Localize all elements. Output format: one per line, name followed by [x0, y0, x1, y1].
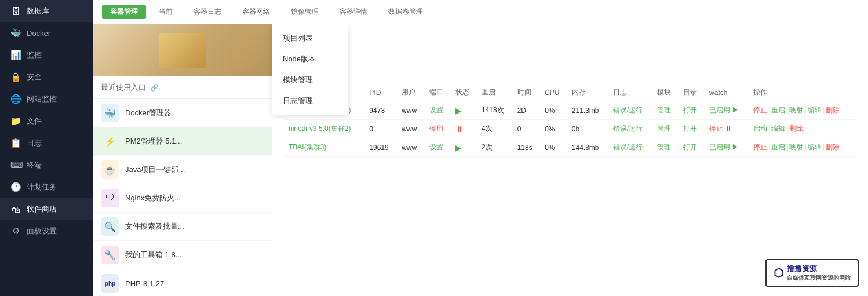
row-log-1[interactable]: 错误/运行: [613, 125, 643, 133]
tab-image-mgr[interactable]: 镜像管理: [283, 5, 327, 19]
tab-container-detail[interactable]: 容器详情: [331, 5, 375, 19]
watermark-icon: ⬡: [774, 266, 783, 280]
row-dir-2[interactable]: 打开: [683, 143, 697, 151]
action-删除-1[interactable]: 删除: [789, 125, 803, 133]
row-pid-2: 19619: [364, 138, 397, 157]
sidebar-item-store[interactable]: 🛍 软件商店: [0, 198, 93, 220]
action-删除-2[interactable]: 删除: [826, 143, 840, 151]
col-time: 时间: [513, 84, 540, 101]
sidebar-item-panel-settings[interactable]: ⚙ 面板设置: [0, 220, 93, 242]
action-编辑-0[interactable]: 编辑: [808, 106, 822, 114]
dropdown-module-mgr[interactable]: 模块管理: [272, 70, 348, 90]
sw-name-nginx: Nginx免费防火...: [125, 193, 181, 203]
left-panel-header: 最近使用入口 🔗: [93, 76, 272, 99]
list-item-java[interactable]: ☕ Java项目一键部...: [93, 156, 272, 184]
list-item-tool[interactable]: 🔧 我的工具箱 1.8...: [93, 241, 272, 269]
sidebar-item-cron[interactable]: 🕐 计划任务: [0, 176, 93, 198]
action-重启-2[interactable]: 重启: [771, 143, 785, 151]
main-content: 容器管理 当前 容器日志 容器网络 镜像管理 容器详情 数据卷管理 最近使用入口…: [93, 0, 868, 296]
tab-container-net[interactable]: 容器网络: [234, 5, 278, 19]
thumbnail: [93, 24, 272, 76]
action-启动-1[interactable]: 启动: [753, 125, 767, 133]
row-name-1[interactable]: nineai-v3.5.0(集群2): [289, 125, 351, 133]
pm2-table: 名称 PID 用户 端口 状态 重启 时间 CPU 内存 日志 模块 目录: [284, 84, 856, 157]
row-pid-0: 9473: [364, 101, 397, 120]
watermark-sub: 自媒体互联网资源的网站: [787, 274, 851, 282]
row-pid-1: 0: [364, 120, 397, 138]
sidebar-item-security[interactable]: 🔒 安全: [0, 66, 93, 88]
tab-current[interactable]: 当前: [151, 5, 181, 19]
row-memory-0: 211.3mb: [567, 101, 608, 120]
sidebar-label-monitor: 监控: [27, 50, 42, 60]
row-status-1[interactable]: ⏸: [455, 125, 464, 134]
col-actions: 操作: [749, 84, 856, 101]
sidebar-item-monitor[interactable]: 📊 监控: [0, 44, 93, 66]
col-status: 状态: [451, 84, 477, 101]
action-映射-0[interactable]: 映射: [789, 106, 803, 114]
row-dir-0[interactable]: 打开: [683, 106, 697, 114]
list-item-php81[interactable]: php PHP-8.1.27: [93, 269, 272, 296]
sw-name-docker: Docker管理器: [125, 108, 172, 118]
list-item-file[interactable]: 🔍 文件搜索及批量...: [93, 213, 272, 241]
col-port: 端口: [425, 84, 451, 101]
action-停止-0[interactable]: 停止: [753, 106, 767, 114]
row-cpu-1: 0%: [540, 120, 567, 138]
col-watch: watch: [705, 84, 749, 101]
tab-volume-mgr[interactable]: 数据卷管理: [380, 5, 431, 19]
row-memory-1: 0b: [567, 120, 608, 138]
row-log-0[interactable]: 错误/运行: [613, 106, 643, 114]
sw-name-tool: 我的工具箱 1.8...: [125, 250, 182, 260]
sidebar-label-terminal: 终端: [27, 160, 42, 170]
row-status-0[interactable]: ▶: [455, 106, 462, 115]
action-停止-2[interactable]: 停止: [753, 143, 767, 151]
row-log-2[interactable]: 错误/运行: [613, 143, 643, 151]
row-module-1[interactable]: 管理: [657, 125, 671, 133]
col-memory: 内存: [567, 84, 608, 101]
sidebar-label-docker: Docker: [27, 29, 50, 38]
database-icon: 🗄: [10, 6, 21, 16]
sw-name-php81: PHP-8.1.27: [125, 279, 164, 288]
list-item-nginx[interactable]: 🛡 Nginx免费防火...: [93, 184, 272, 213]
action-编辑-2[interactable]: 编辑: [808, 143, 822, 151]
sidebar-item-website-monitor[interactable]: 🌐 网站监控: [0, 88, 93, 110]
row-name-2[interactable]: TBAI(集群3): [289, 143, 326, 151]
sidebar-item-terminal[interactable]: ⌨ 终端: [0, 154, 93, 176]
row-port-2[interactable]: 设置: [429, 143, 443, 151]
row-port-0[interactable]: 设置: [429, 106, 443, 114]
row-module-0[interactable]: 管理: [657, 106, 671, 114]
action-编辑-1[interactable]: 编辑: [771, 125, 785, 133]
sidebar-item-logs[interactable]: 📋 日志: [0, 132, 93, 154]
dropdown-project-list[interactable]: 项目列表: [272, 28, 348, 49]
dropdown-node-version[interactable]: Node版本: [272, 49, 348, 70]
docker-sw-icon: 🐳: [101, 104, 119, 122]
row-port-1[interactable]: 停用: [429, 125, 443, 133]
sidebar-item-database[interactable]: 🗄 数据库: [0, 0, 93, 22]
tab-container-mgr[interactable]: 容器管理: [102, 5, 146, 19]
list-item-pm2[interactable]: ⚡ PM2管理器 5.1...: [93, 127, 272, 156]
sidebar-label-database: 数据库: [27, 6, 49, 16]
java-sw-icon: ☕: [101, 160, 119, 179]
sidebar-item-docker[interactable]: 🐳 Docker: [0, 22, 93, 44]
row-time-0: 2D: [513, 101, 540, 120]
tab-container-log[interactable]: 容器日志: [185, 5, 229, 19]
list-item-docker[interactable]: 🐳 Docker管理器: [93, 99, 272, 127]
dropdown-log-mgr[interactable]: 日志管理: [272, 90, 348, 111]
sw-name-pm2: PM2管理器 5.1...: [125, 136, 182, 147]
sidebar-label-logs: 日志: [27, 138, 42, 148]
panel-settings-icon: ⚙: [10, 226, 21, 236]
action-删除-0[interactable]: 删除: [826, 106, 840, 114]
table-row: TBAI(集群3)19619www设置▶2次118s0%144.8mb错误/运行…: [284, 138, 856, 157]
row-memory-2: 144.8mb: [567, 138, 608, 157]
row-watch-0[interactable]: 已启用 ▶: [709, 106, 739, 114]
recent-label: 最近使用入口: [101, 82, 146, 93]
row-dir-1[interactable]: 打开: [683, 125, 697, 133]
row-restarts-0: 1418次: [477, 101, 513, 120]
row-actions-2: 停止|重启|映射|编辑|删除: [749, 138, 856, 157]
row-module-2[interactable]: 管理: [657, 143, 671, 151]
row-watch-1[interactable]: 停止 ⏸: [709, 125, 732, 133]
action-映射-2[interactable]: 映射: [789, 143, 803, 151]
row-status-2[interactable]: ▶: [455, 143, 462, 152]
row-watch-2[interactable]: 已启用 ▶: [709, 143, 739, 151]
sidebar-item-files[interactable]: 📁 文件: [0, 110, 93, 132]
action-重启-0[interactable]: 重启: [771, 106, 785, 114]
